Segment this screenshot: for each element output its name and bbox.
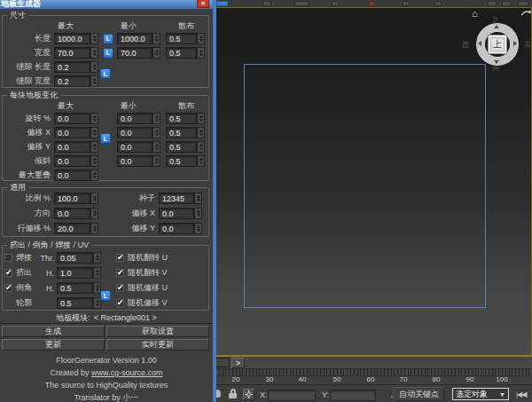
gap-width-field[interactable]: 0.2 — [54, 75, 90, 87]
gap-lock-button[interactable]: L — [100, 68, 111, 79]
time-slider[interactable] — [216, 358, 230, 367]
tilt-max-field[interactable]: 0.0 — [54, 155, 90, 167]
toolbar-icon[interactable] — [502, 1, 511, 6]
tilt-min-field[interactable]: 0.0 — [117, 155, 153, 167]
toolbar-icon[interactable] — [216, 1, 228, 6]
spinner[interactable] — [90, 169, 98, 181]
random-flip-u-checkbox[interactable]: ✔ — [116, 254, 124, 262]
bevel-height-field[interactable]: 0.5 — [57, 282, 93, 294]
width-spread-field[interactable]: 0.5 — [166, 47, 197, 59]
viewport[interactable]: 北 南 西 东 上 ⌂ — [216, 7, 532, 357]
viewcube[interactable]: 上 — [488, 35, 507, 54]
length-spread-field[interactable]: 0.5 — [166, 33, 197, 44]
general-offset-y-field[interactable]: 0.0 — [159, 223, 194, 234]
toolbar-icon[interactable] — [369, 1, 374, 6]
viewcube-rotate-down-arrow[interactable] — [494, 60, 499, 64]
toolbar-icon[interactable] — [518, 1, 528, 6]
spinner[interactable] — [194, 223, 202, 234]
statusbar-icon[interactable] — [216, 390, 221, 398]
viewcube-rotate-left-arrow[interactable] — [478, 41, 481, 46]
spinner[interactable] — [194, 193, 202, 204]
outline-field[interactable]: 0.5 — [57, 297, 93, 309]
spinner[interactable] — [153, 141, 160, 153]
spinner[interactable] — [153, 47, 160, 59]
selection-filter-dropdown[interactable]: 选定对象 ▼ — [452, 388, 509, 400]
y-coordinate-field[interactable] — [330, 390, 376, 401]
dialog-titlebar[interactable]: 地板生成器 — [0, 0, 213, 9]
spinner[interactable] — [197, 141, 205, 153]
spinner[interactable] — [197, 113, 205, 124]
generate-button[interactable]: 生成 — [2, 326, 105, 337]
offset-x-max-field[interactable]: 0.0 — [54, 127, 90, 138]
spinner[interactable] — [153, 127, 160, 138]
offset-x-min-field[interactable]: 0.0 — [117, 127, 153, 138]
viewcube-rotate-up-arrow[interactable] — [494, 25, 499, 28]
orbit-arrow-icon[interactable] — [520, 9, 532, 17]
spinner[interactable] — [90, 208, 98, 219]
selection-lock-icon[interactable] — [229, 389, 238, 399]
bevel-lock-button[interactable]: L — [100, 290, 111, 301]
toolbar-icon[interactable] — [403, 1, 410, 6]
toolbar-icon[interactable] — [488, 1, 497, 6]
random-flip-v-checkbox[interactable]: ✔ — [116, 269, 124, 277]
compass-east-label[interactable]: 东 — [524, 40, 531, 50]
spinner[interactable] — [197, 47, 205, 59]
spinner[interactable] — [90, 155, 98, 167]
scale-field[interactable]: 100.0 — [54, 193, 90, 204]
spinner[interactable] — [90, 141, 98, 153]
floor-module-target[interactable]: < Rectangle001 > — [94, 313, 157, 322]
spinner[interactable] — [153, 155, 160, 167]
rotation-spread-field[interactable]: 0.5 — [166, 113, 197, 124]
update-button[interactable]: 更新 — [2, 339, 105, 351]
toolbar-icon[interactable] — [294, 1, 309, 6]
weld-checkbox[interactable] — [4, 254, 12, 262]
seed-field[interactable]: 12345 — [159, 193, 194, 204]
extrude-height-field[interactable]: 1.0 — [57, 267, 93, 279]
spinner[interactable] — [90, 75, 98, 87]
spinner[interactable] — [197, 33, 205, 44]
spinner[interactable] — [197, 127, 205, 138]
offset-y-min-field[interactable]: 0.0 — [117, 141, 153, 153]
home-icon[interactable]: ⌂ — [472, 9, 478, 19]
bevel-checkbox[interactable]: ✔ — [4, 284, 12, 292]
transform-typein-toggle[interactable] — [243, 389, 254, 400]
offset-y-spread-field[interactable]: 0.5 — [166, 141, 197, 153]
gap-length-field[interactable]: 0.2 — [54, 61, 90, 73]
close-button[interactable]: × — [197, 0, 209, 8]
offset-x-spread-field[interactable]: 0.5 — [166, 127, 197, 138]
realtime-update-button[interactable]: 实时更新 — [106, 339, 209, 351]
spinner[interactable] — [90, 193, 98, 204]
toolbar-icon[interactable] — [262, 1, 271, 6]
length-max-field[interactable]: 1000.0 — [54, 33, 90, 44]
spinner[interactable] — [194, 208, 202, 219]
spinner[interactable] — [197, 155, 205, 167]
lock-button[interactable]: L — [103, 48, 113, 59]
random-offset-v-checkbox[interactable]: ✔ — [116, 299, 124, 307]
spinner[interactable] — [90, 47, 98, 59]
rotation-max-field[interactable]: 0.0 — [54, 113, 90, 124]
track-bar[interactable]: 20 30 40 50 60 70 80 90 100 — [216, 369, 532, 384]
toolbar-icon[interactable] — [434, 1, 442, 6]
direction-field[interactable]: 0.0 — [54, 208, 90, 219]
tilt-spread-field[interactable]: 0.5 — [166, 155, 197, 167]
width-min-field[interactable]: 70.0 — [117, 47, 153, 59]
width-max-field[interactable]: 70.0 — [54, 47, 90, 59]
spinner[interactable] — [90, 127, 98, 138]
length-min-field[interactable]: 1000.0 — [117, 33, 153, 44]
offset-lock-button[interactable]: L — [100, 133, 111, 144]
general-offset-x-field[interactable]: 0.0 — [159, 208, 194, 219]
lock-button[interactable]: L — [103, 34, 113, 44]
max-overlap-field[interactable]: 0.0 — [54, 169, 90, 181]
offset-y-max-field[interactable]: 0.0 — [54, 141, 90, 153]
extrude-checkbox[interactable]: ✔ — [4, 269, 12, 277]
spinner[interactable] — [153, 113, 160, 124]
go-to-start-button[interactable]: |◀◀ — [516, 390, 526, 398]
viewcube-top-face[interactable]: 上 — [490, 37, 505, 51]
spinner[interactable] — [93, 267, 101, 279]
compass-west-label[interactable]: 西 — [462, 40, 469, 50]
x-coordinate-field[interactable] — [268, 390, 316, 401]
spinner[interactable] — [90, 33, 98, 44]
random-offset-u-checkbox[interactable]: ✔ — [116, 284, 124, 292]
viewcube-rotate-right-arrow[interactable] — [513, 41, 517, 46]
get-settings-button[interactable]: 获取设置 — [106, 326, 209, 337]
